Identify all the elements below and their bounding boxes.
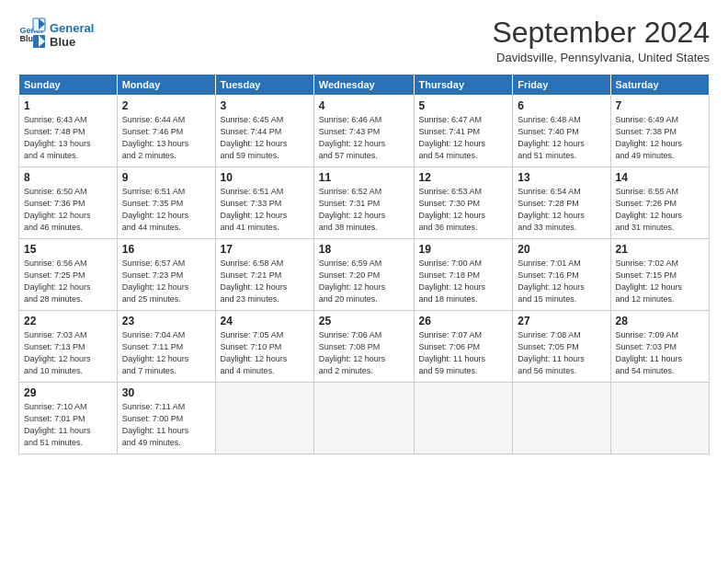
- table-row: 20Sunrise: 7:01 AM Sunset: 7:16 PM Dayli…: [513, 239, 610, 311]
- day-info: Sunrise: 7:00 AM Sunset: 7:18 PM Dayligh…: [419, 258, 508, 305]
- day-info: Sunrise: 6:49 AM Sunset: 7:38 PM Dayligh…: [616, 114, 705, 162]
- day-info: Sunrise: 7:05 AM Sunset: 7:10 PM Dayligh…: [221, 329, 309, 377]
- table-row: 29Sunrise: 7:10 AM Sunset: 7:01 PM Dayli…: [19, 383, 118, 454]
- calendar-week-4: 22Sunrise: 7:03 AM Sunset: 7:13 PM Dayli…: [19, 311, 710, 383]
- col-wednesday: Wednesday: [313, 75, 414, 96]
- day-info: Sunrise: 6:55 AM Sunset: 7:26 PM Dayligh…: [616, 186, 705, 234]
- day-info: Sunrise: 6:51 AM Sunset: 7:33 PM Dayligh…: [221, 186, 309, 234]
- day-number: 30: [122, 386, 210, 399]
- day-number: 20: [518, 243, 605, 256]
- day-info: Sunrise: 6:53 AM Sunset: 7:30 PM Dayligh…: [419, 186, 508, 234]
- table-row: 7Sunrise: 6:49 AM Sunset: 7:38 PM Daylig…: [610, 96, 710, 167]
- day-info: Sunrise: 7:06 AM Sunset: 7:08 PM Dayligh…: [319, 329, 409, 377]
- day-info: Sunrise: 7:07 AM Sunset: 7:06 PM Dayligh…: [419, 329, 508, 377]
- day-number: 4: [319, 99, 409, 112]
- table-row: 12Sunrise: 6:53 AM Sunset: 7:30 PM Dayli…: [414, 167, 513, 239]
- day-number: 12: [419, 171, 508, 184]
- day-number: 5: [419, 99, 508, 112]
- col-monday: Monday: [117, 75, 215, 96]
- day-number: 1: [24, 99, 112, 112]
- day-number: 22: [24, 315, 112, 327]
- day-number: 2: [122, 99, 210, 112]
- table-row: [610, 383, 710, 454]
- table-row: 6Sunrise: 6:48 AM Sunset: 7:40 PM Daylig…: [513, 96, 610, 167]
- day-number: 14: [616, 171, 705, 184]
- day-number: 26: [419, 315, 508, 327]
- table-row: 13Sunrise: 6:54 AM Sunset: 7:28 PM Dayli…: [513, 167, 610, 239]
- table-row: [513, 383, 610, 454]
- table-row: 24Sunrise: 7:05 AM Sunset: 7:10 PM Dayli…: [215, 311, 313, 383]
- svg-text:General: General: [50, 21, 94, 35]
- page: General Blue General Blue General Blue: [0, 0, 728, 563]
- day-number: 25: [319, 315, 409, 327]
- day-info: Sunrise: 7:09 AM Sunset: 7:03 PM Dayligh…: [616, 329, 705, 377]
- table-row: 8Sunrise: 6:50 AM Sunset: 7:36 PM Daylig…: [19, 167, 118, 239]
- col-saturday: Saturday: [610, 75, 710, 96]
- day-number: 6: [518, 99, 605, 112]
- header: General Blue General Blue General Blue: [18, 17, 710, 64]
- table-row: 11Sunrise: 6:52 AM Sunset: 7:31 PM Dayli…: [313, 167, 414, 239]
- table-row: 27Sunrise: 7:08 AM Sunset: 7:05 PM Dayli…: [513, 311, 610, 383]
- day-number: 11: [319, 171, 409, 184]
- logo: General Blue General Blue General Blue: [18, 17, 108, 52]
- day-number: 29: [24, 386, 112, 399]
- table-row: 14Sunrise: 6:55 AM Sunset: 7:26 PM Dayli…: [610, 167, 710, 239]
- table-row: 19Sunrise: 7:00 AM Sunset: 7:18 PM Dayli…: [414, 239, 513, 311]
- calendar-week-1: 1Sunrise: 6:43 AM Sunset: 7:48 PM Daylig…: [19, 96, 710, 167]
- calendar-week-2: 8Sunrise: 6:50 AM Sunset: 7:36 PM Daylig…: [19, 167, 710, 239]
- day-number: 8: [24, 171, 112, 184]
- day-info: Sunrise: 7:03 AM Sunset: 7:13 PM Dayligh…: [24, 329, 112, 377]
- table-row: 1Sunrise: 6:43 AM Sunset: 7:48 PM Daylig…: [19, 96, 118, 167]
- month-title: September 2024: [492, 17, 710, 49]
- table-row: 22Sunrise: 7:03 AM Sunset: 7:13 PM Dayli…: [19, 311, 118, 383]
- day-number: 10: [221, 171, 309, 184]
- day-info: Sunrise: 6:59 AM Sunset: 7:20 PM Dayligh…: [319, 258, 409, 305]
- table-row: 25Sunrise: 7:06 AM Sunset: 7:08 PM Dayli…: [313, 311, 414, 383]
- day-number: 15: [24, 243, 112, 256]
- day-info: Sunrise: 6:54 AM Sunset: 7:28 PM Dayligh…: [518, 186, 605, 234]
- table-row: 18Sunrise: 6:59 AM Sunset: 7:20 PM Dayli…: [313, 239, 414, 311]
- table-row: 28Sunrise: 7:09 AM Sunset: 7:03 PM Dayli…: [610, 311, 710, 383]
- table-row: [215, 383, 313, 454]
- title-block: September 2024 Davidsville, Pennsylvania…: [492, 17, 710, 64]
- table-row: 16Sunrise: 6:57 AM Sunset: 7:23 PM Dayli…: [117, 239, 215, 311]
- day-info: Sunrise: 6:58 AM Sunset: 7:21 PM Dayligh…: [221, 258, 309, 305]
- day-number: 7: [616, 99, 705, 112]
- day-info: Sunrise: 7:02 AM Sunset: 7:15 PM Dayligh…: [616, 258, 705, 305]
- day-info: Sunrise: 7:08 AM Sunset: 7:05 PM Dayligh…: [518, 329, 605, 377]
- day-info: Sunrise: 7:10 AM Sunset: 7:01 PM Dayligh…: [24, 401, 112, 449]
- day-number: 23: [122, 315, 210, 327]
- col-tuesday: Tuesday: [215, 75, 313, 96]
- table-row: [414, 383, 513, 454]
- table-row: 10Sunrise: 6:51 AM Sunset: 7:33 PM Dayli…: [215, 167, 313, 239]
- day-number: 13: [518, 171, 605, 184]
- day-number: 16: [122, 243, 210, 256]
- col-thursday: Thursday: [414, 75, 513, 96]
- day-info: Sunrise: 6:52 AM Sunset: 7:31 PM Dayligh…: [319, 186, 409, 234]
- day-info: Sunrise: 6:45 AM Sunset: 7:44 PM Dayligh…: [221, 114, 309, 162]
- svg-text:Blue: Blue: [50, 35, 75, 49]
- day-info: Sunrise: 6:48 AM Sunset: 7:40 PM Dayligh…: [518, 114, 605, 162]
- day-number: 24: [221, 315, 309, 327]
- day-info: Sunrise: 6:47 AM Sunset: 7:41 PM Dayligh…: [419, 114, 508, 162]
- day-info: Sunrise: 6:43 AM Sunset: 7:48 PM Dayligh…: [24, 114, 112, 162]
- day-number: 28: [616, 315, 705, 327]
- table-row: 30Sunrise: 7:11 AM Sunset: 7:00 PM Dayli…: [117, 383, 215, 454]
- day-info: Sunrise: 6:50 AM Sunset: 7:36 PM Dayligh…: [24, 186, 112, 234]
- calendar-table: Sunday Monday Tuesday Wednesday Thursday…: [18, 74, 710, 454]
- day-info: Sunrise: 7:11 AM Sunset: 7:00 PM Dayligh…: [122, 401, 210, 449]
- col-friday: Friday: [513, 75, 610, 96]
- day-number: 27: [518, 315, 605, 327]
- day-info: Sunrise: 7:04 AM Sunset: 7:11 PM Dayligh…: [122, 329, 210, 377]
- day-info: Sunrise: 7:01 AM Sunset: 7:16 PM Dayligh…: [518, 258, 605, 305]
- table-row: [313, 383, 414, 454]
- logo-svg: General Blue: [29, 17, 108, 52]
- table-row: 26Sunrise: 7:07 AM Sunset: 7:06 PM Dayli…: [414, 311, 513, 383]
- table-row: 15Sunrise: 6:56 AM Sunset: 7:25 PM Dayli…: [19, 239, 118, 311]
- table-row: 17Sunrise: 6:58 AM Sunset: 7:21 PM Dayli…: [215, 239, 313, 311]
- day-info: Sunrise: 6:46 AM Sunset: 7:43 PM Dayligh…: [319, 114, 409, 162]
- header-row: Sunday Monday Tuesday Wednesday Thursday…: [19, 75, 710, 96]
- calendar-week-5: 29Sunrise: 7:10 AM Sunset: 7:01 PM Dayli…: [19, 383, 710, 454]
- col-sunday: Sunday: [19, 75, 118, 96]
- calendar-week-3: 15Sunrise: 6:56 AM Sunset: 7:25 PM Dayli…: [19, 239, 710, 311]
